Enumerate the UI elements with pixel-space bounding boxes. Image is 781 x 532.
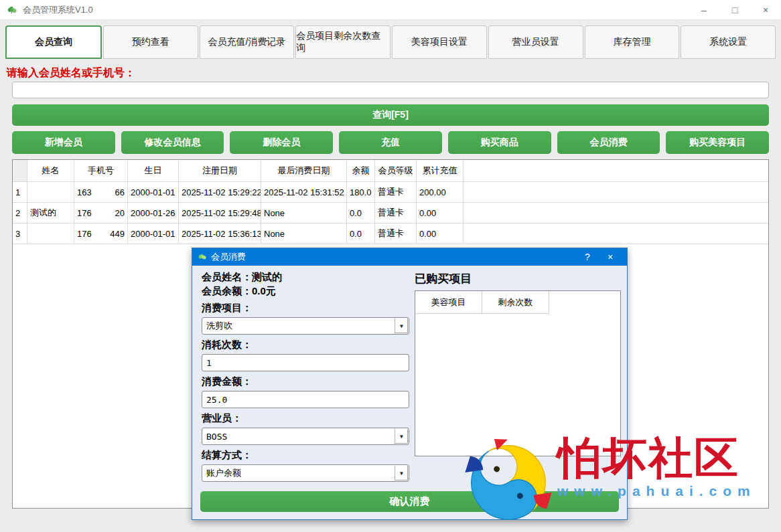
cell-index: 3 [13, 224, 27, 244]
tab-appointments[interactable]: 预约查看 [103, 25, 198, 59]
dialog-title-bar: 会员消费 ? × [192, 248, 627, 266]
chevron-down-icon[interactable]: ▼ [395, 319, 408, 333]
cell-level: 普通卡 [375, 203, 417, 223]
cell-last-consume: 2025-11-02 15:31:52 [261, 182, 347, 202]
action-button-row: 新增会员 修改会员信息 删除会员 充值 购买商品 会员消费 购买美容项目 [12, 131, 769, 154]
chevron-down-icon[interactable]: ▼ [395, 466, 408, 480]
tab-clerk-settings[interactable]: 营业员设置 [488, 25, 583, 59]
cell-balance: 0.0 [347, 203, 375, 223]
confirm-consume-button[interactable]: 确认消费 [200, 491, 619, 512]
pay-method-label: 结算方式： [202, 449, 409, 462]
table-row[interactable]: 2 测试的 17620 2000-01-26 2025-11-02 15:29:… [13, 203, 768, 224]
header-remaining-times[interactable]: 剩余次数 [482, 291, 549, 314]
count-input[interactable] [202, 354, 409, 371]
dialog-close-icon[interactable]: × [599, 248, 622, 266]
buy-goods-button[interactable]: 购买商品 [448, 131, 551, 154]
cell-birthday: 2000-01-01 [128, 182, 179, 202]
cell-filler [464, 182, 768, 202]
cell-birthday: 2000-01-01 [128, 224, 179, 244]
cell-total-recharge: 200.00 [417, 182, 464, 202]
header-index [13, 160, 27, 181]
pay-method-select-value: 账户余额 [206, 467, 241, 479]
header-register-date[interactable]: 注册日期 [179, 160, 261, 181]
leaf-app-icon [198, 252, 207, 262]
cell-balance: 180.0 [347, 182, 375, 202]
count-label: 消耗次数： [202, 339, 409, 351]
cell-name [27, 224, 74, 244]
cell-phone: 17620 [74, 203, 128, 223]
window-controls: – □ × [689, 0, 781, 20]
member-balance-line: 会员余额：0.0元 [202, 284, 409, 298]
purchased-projects-table: 美容项目 剩余次数 [415, 290, 621, 456]
table-header-row: 姓名 手机号 生日 注册日期 最后消费日期 余额 会员等级 累计充值 [13, 160, 768, 182]
phone-suffix: 66 [115, 187, 125, 197]
buy-beauty-project-button[interactable]: 购买美容项目 [666, 131, 769, 154]
search-input[interactable] [12, 82, 769, 98]
header-birthday[interactable]: 生日 [128, 160, 179, 181]
edit-member-button[interactable]: 修改会员信息 [121, 131, 224, 154]
cell-birthday: 2000-01-26 [128, 203, 179, 223]
cell-level: 普通卡 [375, 182, 417, 202]
cell-last-consume: None [261, 224, 347, 244]
search-prompt-label: 请输入会员姓名或手机号： [7, 66, 135, 80]
member-consume-button[interactable]: 会员消费 [557, 131, 660, 154]
chevron-down-icon[interactable]: ▼ [395, 429, 408, 444]
minimize-icon[interactable]: – [689, 0, 719, 20]
member-consume-dialog: 会员消费 ? × 会员姓名：测试的 会员余额：0.0元 消费项目： 洗剪吹 ▼ … [192, 248, 628, 520]
project-select[interactable]: 洗剪吹 ▼ [202, 317, 409, 335]
cell-filler [464, 203, 768, 223]
query-button[interactable]: 查询[F5] [12, 104, 769, 126]
tab-bar: 会员查询 预约查看 会员充值/消费记录 会员项目剩余次数查询 美容项目设置 营业… [5, 25, 776, 59]
cell-register-date: 2025-11-02 15:29:22 [179, 182, 261, 202]
amount-label: 消费金额： [202, 375, 409, 388]
cell-balance: 0.0 [347, 224, 375, 244]
tab-system-settings[interactable]: 系统设置 [681, 25, 776, 59]
recharge-button[interactable]: 充值 [339, 131, 442, 154]
tab-inventory[interactable]: 库存管理 [585, 25, 680, 59]
table-row[interactable]: 1 16366 2000-01-01 2025-11-02 15:29:22 2… [13, 182, 768, 203]
cell-register-date: 2025-11-02 15:36:13 [179, 224, 261, 244]
delete-member-button[interactable]: 删除会员 [230, 131, 333, 154]
cell-level: 普通卡 [375, 224, 417, 244]
header-total-recharge[interactable]: 累计充值 [417, 160, 464, 181]
cell-name: 测试的 [27, 203, 74, 223]
consume-form: 会员姓名：测试的 会员余额：0.0元 消费项目： 洗剪吹 ▼ 消耗次数： 消费金… [202, 270, 409, 482]
pay-method-select[interactable]: 账户余额 ▼ [202, 464, 409, 482]
dialog-title: 会员消费 [211, 251, 246, 263]
phone-prefix: 163 [77, 187, 92, 197]
maximize-icon[interactable]: □ [719, 0, 750, 20]
tab-remaining-times[interactable]: 会员项目剩余次数查询 [295, 25, 390, 59]
header-beauty-project[interactable]: 美容项目 [415, 291, 482, 314]
tab-beauty-projects[interactable]: 美容项目设置 [392, 25, 487, 59]
title-bar: 会员管理系统V1.0 – □ × [0, 0, 781, 20]
header-name[interactable]: 姓名 [27, 160, 74, 181]
header-filler [464, 160, 768, 181]
dialog-controls: ? × [576, 248, 622, 266]
phone-prefix: 176 [77, 229, 92, 239]
cell-filler [464, 224, 768, 244]
dialog-body: 会员姓名：测试的 会员余额：0.0元 消费项目： 洗剪吹 ▼ 消耗次数： 消费金… [192, 266, 627, 519]
window-title: 会员管理系统V1.0 [23, 4, 93, 16]
table-row[interactable]: 3 176449 2000-01-01 2025-11-02 15:36:13 … [13, 224, 768, 244]
project-select-value: 洗剪吹 [206, 320, 232, 332]
clerk-select[interactable]: BOSS ▼ [202, 428, 409, 445]
header-balance[interactable]: 余额 [347, 160, 375, 181]
cell-register-date: 2025-11-02 15:29:48 [179, 203, 261, 223]
purchased-projects-panel: 已购买项目 美容项目 剩余次数 [415, 270, 621, 456]
member-name-line: 会员姓名：测试的 [202, 270, 409, 284]
clerk-select-value: BOSS [206, 432, 227, 442]
app-window: 会员管理系统V1.0 – □ × 会员查询 预约查看 会员充值/消费记录 会员项… [0, 0, 781, 532]
amount-input[interactable] [202, 391, 409, 408]
close-icon[interactable]: × [750, 0, 781, 20]
add-member-button[interactable]: 新增会员 [12, 131, 115, 154]
tab-recharge-records[interactable]: 会员充值/消费记录 [200, 25, 295, 59]
tab-member-query[interactable]: 会员查询 [5, 25, 102, 59]
header-phone[interactable]: 手机号 [74, 160, 128, 181]
purchased-table-header: 美容项目 剩余次数 [415, 291, 620, 314]
header-last-consume[interactable]: 最后消费日期 [261, 160, 347, 181]
help-icon[interactable]: ? [576, 248, 599, 266]
header-level[interactable]: 会员等级 [375, 160, 417, 181]
cell-last-consume: None [261, 203, 347, 223]
phone-suffix: 20 [115, 208, 125, 218]
project-label: 消费项目： [202, 302, 409, 315]
